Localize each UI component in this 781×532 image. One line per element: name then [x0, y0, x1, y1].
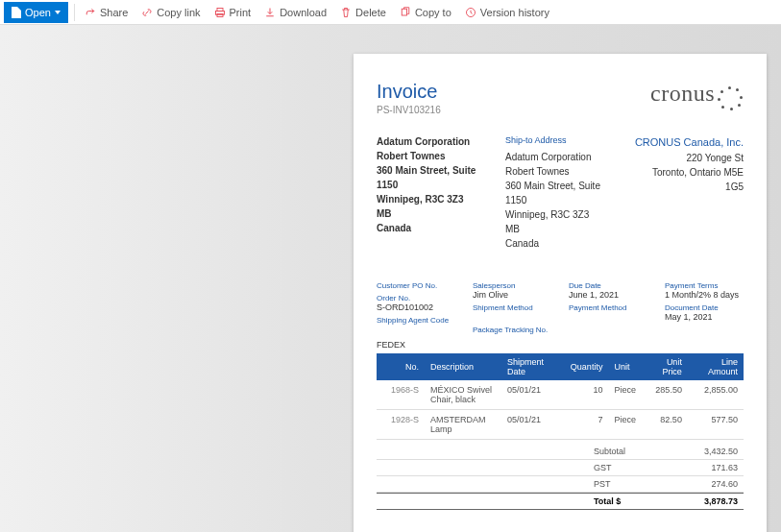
- col-date: Shipment Date: [501, 353, 565, 380]
- cell-price: 285.50: [642, 380, 688, 410]
- line-items-table: No. Description Shipment Date Quantity U…: [377, 353, 744, 440]
- totals-block: Subtotal3,432.50 GST171.63 PST274.60 Tot…: [377, 444, 744, 510]
- col-desc: Description: [425, 353, 501, 380]
- delete-label: Delete: [355, 7, 386, 18]
- lab-cust-po: Customer PO No.: [377, 281, 455, 290]
- link-icon: [141, 7, 153, 18]
- share-label: Share: [100, 7, 128, 18]
- lab-pst: PST: [594, 479, 651, 489]
- copylink-button[interactable]: Copy link: [137, 5, 204, 20]
- version-button[interactable]: Version history: [461, 5, 553, 20]
- val-order-no: S-ORD101002: [377, 302, 455, 312]
- col-amt: Line Amount: [688, 353, 744, 380]
- cell-unit: Piece: [608, 409, 642, 439]
- invoice-number: PS-INV103216: [377, 105, 441, 115]
- invoice-title: Invoice: [377, 81, 441, 103]
- download-button[interactable]: Download: [260, 5, 330, 20]
- download-icon: [264, 7, 276, 18]
- delete-button[interactable]: Delete: [336, 5, 390, 20]
- vendor-address: CRONUS Canada, Inc. 220 Yonge St Toronto…: [634, 134, 744, 251]
- chevron-down-icon: [55, 11, 61, 14]
- lab-order-no: Order No.: [377, 294, 455, 302]
- svg-rect-3: [402, 9, 406, 15]
- val-pst: 274.60: [680, 479, 738, 489]
- val-subtotal: 3,432.50: [680, 447, 738, 456]
- cell-amt: 577.50: [688, 409, 744, 439]
- cell-date: 05/01/21: [501, 409, 565, 439]
- cell-qty: 7: [565, 409, 609, 439]
- cell-desc: MÉXICO Swivel Chair, black: [425, 380, 501, 410]
- vendor-street: 220 Yonge St: [634, 151, 744, 165]
- col-no: No.: [377, 353, 425, 380]
- col-price: Unit Price: [642, 353, 688, 380]
- cell-unit: Piece: [608, 380, 642, 410]
- lab-ship-method: Shipment Method: [473, 303, 551, 312]
- document-icon: [12, 7, 21, 18]
- lab-subtotal: Subtotal: [594, 447, 651, 456]
- ship-contact: Robert Townes: [505, 164, 615, 179]
- svg-rect-2: [217, 13, 223, 16]
- share-button[interactable]: Share: [81, 5, 132, 20]
- ship-label: Ship-to Address: [505, 134, 615, 148]
- print-label: Print: [230, 7, 252, 18]
- lab-pay-terms: Payment Terms: [665, 281, 744, 290]
- bill-city: Winnipeg, R3C 3Z3: [377, 192, 486, 206]
- separator: [74, 4, 75, 21]
- val-gst: 171.63: [680, 463, 738, 472]
- lab-doc-date: Document Date: [665, 303, 744, 312]
- lab-total: Total $: [594, 496, 651, 506]
- copyto-button[interactable]: Copy to: [396, 5, 455, 20]
- ship-country: Canada: [505, 236, 615, 251]
- print-icon: [214, 7, 226, 18]
- cell-qty: 10: [565, 380, 609, 410]
- share-icon: [85, 7, 96, 18]
- ship-street: 360 Main Street, Suite 1150: [505, 179, 615, 207]
- version-label: Version history: [480, 7, 549, 18]
- cell-no: 1968-S: [377, 380, 425, 410]
- lab-salesperson: Salesperson: [473, 281, 551, 290]
- ship-region: MB: [505, 222, 615, 236]
- logo-dots-icon: [717, 85, 744, 111]
- bill-company: Adatum Corporation: [377, 134, 486, 149]
- toolbar: Open Share Copy link Print Download Dele…: [0, 0, 781, 25]
- invoice-document: Invoice PS-INV103216 cronus Adatum Corpo…: [354, 54, 767, 532]
- val-pay-terms: 1 Month/2% 8 days: [665, 290, 744, 300]
- copy-icon: [400, 7, 411, 18]
- cell-price: 82.50: [642, 409, 688, 439]
- bill-street: 360 Main Street, Suite 1150: [377, 163, 486, 192]
- lab-ship-agent: Shipping Agent Code: [377, 316, 455, 325]
- col-qty: Quantity: [565, 353, 609, 380]
- history-icon: [465, 7, 476, 18]
- copylink-label: Copy link: [157, 7, 200, 18]
- print-button[interactable]: Print: [210, 5, 256, 20]
- lab-pay-method: Payment Method: [569, 303, 647, 312]
- document-viewer: Invoice PS-INV103216 cronus Adatum Corpo…: [0, 25, 781, 532]
- delete-icon: [340, 7, 352, 18]
- bill-region: MB: [377, 206, 486, 221]
- bill-to-address: Adatum Corporation Robert Townes 360 Mai…: [377, 134, 486, 251]
- cell-desc: AMSTERDAM Lamp: [425, 409, 501, 439]
- val-salesperson: Jim Olive: [473, 290, 551, 300]
- shipping-agent-value: FEDEX: [377, 340, 744, 350]
- cell-no: 1928-S: [377, 409, 425, 439]
- open-label: Open: [25, 7, 51, 18]
- invoice-meta: Customer PO No. Order No. S-ORD101002 Sh…: [377, 278, 744, 334]
- vendor-logo: cronus: [650, 81, 744, 111]
- bill-country: Canada: [377, 221, 486, 235]
- val-due: June 1, 2021: [569, 290, 647, 300]
- col-unit: Unit: [608, 353, 642, 380]
- lab-tracking: Package Tracking No.: [473, 326, 551, 334]
- vendor-name: CRONUS Canada, Inc.: [634, 134, 744, 151]
- table-row: 1928-S AMSTERDAM Lamp 05/01/21 7 Piece 8…: [377, 409, 744, 439]
- lab-gst: GST: [594, 463, 651, 472]
- ship-company: Adatum Corporation: [505, 150, 615, 164]
- val-total: 3,878.73: [680, 496, 738, 506]
- cell-date: 05/01/21: [501, 380, 565, 410]
- ship-to-address: Ship-to Address Adatum Corporation Rober…: [505, 134, 615, 251]
- open-button[interactable]: Open: [4, 2, 68, 23]
- bill-contact: Robert Townes: [377, 149, 486, 163]
- download-label: Download: [280, 7, 327, 18]
- lab-due: Due Date: [569, 281, 647, 290]
- copyto-label: Copy to: [415, 7, 452, 18]
- logo-text: cronus: [650, 81, 715, 106]
